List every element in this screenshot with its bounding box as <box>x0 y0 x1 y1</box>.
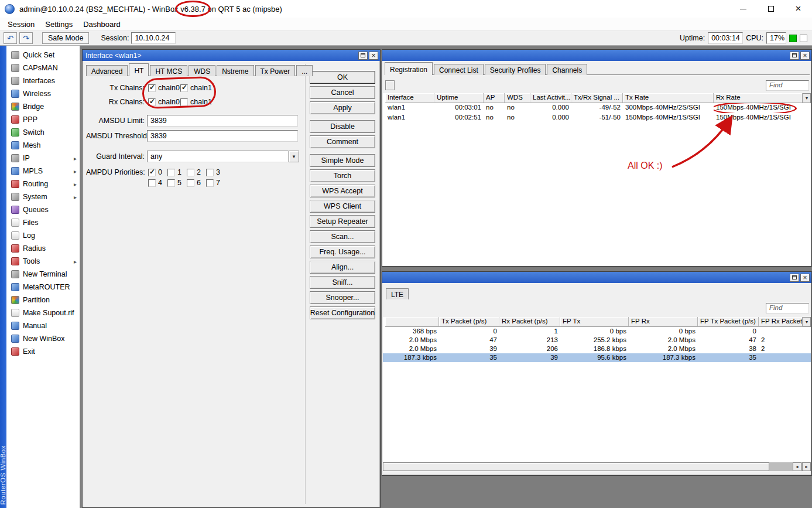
minimize-button[interactable] <box>729 0 757 18</box>
tab-advanced[interactable]: Advanced <box>86 65 128 76</box>
tab-channels[interactable]: Channels <box>547 64 587 75</box>
tab-ht-mcs[interactable]: HT MCS <box>150 65 187 76</box>
column-sort-dropdown-button[interactable] <box>803 317 811 327</box>
tab-tx-power[interactable]: Tx Power <box>255 65 296 76</box>
column-header-uptime[interactable]: Uptime <box>434 93 484 103</box>
registration-row[interactable]: wlan1 00:02:51 no no 0.000 -51/-50 150Mb… <box>383 113 811 123</box>
sidebar-item-switch[interactable]: Switch <box>6 126 80 139</box>
tab-security-profiles[interactable]: Security Profiles <box>485 64 546 75</box>
lte-close-button[interactable] <box>800 274 810 282</box>
scroll-left-button[interactable] <box>793 462 801 471</box>
column-header-interface[interactable]: Interface <box>385 93 434 103</box>
registration-restore-button[interactable] <box>790 52 799 60</box>
close-button[interactable] <box>784 0 812 18</box>
ok-button[interactable]: OK <box>310 71 375 84</box>
ampdu-2-checkbox[interactable] <box>187 169 194 176</box>
sidebar-item-quick-set[interactable]: Quick Set <box>6 49 80 62</box>
sidebar-item-interfaces[interactable]: Interfaces <box>6 74 80 87</box>
horizontal-scrollbar-thumb[interactable] <box>383 462 769 471</box>
column-header-ap[interactable]: AP <box>484 93 505 103</box>
column-header-rx-packet[interactable]: Rx Packet (p/s) <box>499 317 560 327</box>
menu-dashboard[interactable]: Dashboard <box>78 19 126 30</box>
column-header-tx-rate[interactable]: Tx Rate <box>623 93 714 103</box>
ampdu-4-checkbox[interactable] <box>148 179 156 187</box>
safe-mode-button[interactable]: Safe Mode <box>42 32 89 44</box>
sidebar-item-log[interactable]: Log <box>6 229 80 242</box>
scan-button[interactable]: Scan... <box>310 230 375 243</box>
lte-restore-button[interactable] <box>790 274 799 282</box>
sidebar-item-system[interactable]: System <box>6 190 80 203</box>
guard-interval-select[interactable]: any <box>147 151 289 162</box>
remove-button[interactable] <box>385 80 395 90</box>
amsdu-limit-input[interactable]: 3839 <box>147 115 298 127</box>
sidebar-item-bridge[interactable]: Bridge <box>6 100 80 113</box>
sidebar-item-new-terminal[interactable]: New Terminal <box>6 268 80 281</box>
lte-row[interactable]: 2.0 Mbps 47 213 255.2 kbps 2.0 Mbps 47 2 <box>383 336 811 345</box>
ampdu-0-checkbox[interactable] <box>148 169 156 176</box>
lte-row[interactable]: 368 bps 0 1 0 bps 0 bps 0 <box>383 327 811 336</box>
column-header-blank[interactable] <box>385 317 439 327</box>
dialog-titlebar[interactable]: Interface <wlan1> <box>83 50 380 61</box>
undo-button[interactable] <box>4 32 17 44</box>
redo-button[interactable] <box>19 32 33 44</box>
column-sort-dropdown-button[interactable] <box>803 93 811 103</box>
sidebar-item-routing[interactable]: Routing <box>6 178 80 190</box>
ampdu-7-checkbox[interactable] <box>206 179 214 187</box>
sidebar-item-ip[interactable]: IP <box>6 152 80 165</box>
sidebar-item-manual[interactable]: Manual <box>6 319 80 332</box>
tab-lte[interactable]: LTE <box>386 288 409 299</box>
align-button[interactable]: Align... <box>310 261 375 274</box>
column-header-last-activity[interactable]: Last Activit... <box>530 93 571 103</box>
column-header-fp-tx-packet[interactable]: FP Tx Packet (p/s) <box>698 317 759 327</box>
column-header-rx-rate[interactable]: Rx Rate <box>714 93 803 103</box>
registration-window-titlebar[interactable] <box>382 50 811 61</box>
comment-button[interactable]: Comment <box>310 135 375 148</box>
horizontal-scrollbar[interactable] <box>383 462 811 471</box>
dialog-close-button[interactable] <box>369 52 378 60</box>
column-header-fp-rx-packet[interactable]: FP Rx Packet <box>759 317 803 327</box>
sidebar-item-metarouter[interactable]: MetaROUTER <box>6 281 80 294</box>
cancel-button[interactable]: Cancel <box>310 86 375 99</box>
sidebar-item-queues[interactable]: Queues <box>6 203 80 216</box>
dialog-restore-button[interactable] <box>358 52 368 60</box>
rx-chain1-checkbox[interactable] <box>180 98 188 106</box>
rx-chain0-checkbox[interactable] <box>148 98 156 106</box>
tx-chain1-checkbox[interactable] <box>180 84 188 92</box>
session-input[interactable]: 10.10.0.24 <box>131 32 176 44</box>
tab-wds[interactable]: WDS <box>189 65 215 76</box>
sidebar-item-ppp[interactable]: PPP <box>6 113 80 126</box>
column-header-fp-rx[interactable]: FP Rx <box>629 317 698 327</box>
sniff-button[interactable]: Sniff... <box>310 276 375 289</box>
sidebar-item-mpls[interactable]: MPLS <box>6 165 80 178</box>
lte-window-titlebar[interactable] <box>382 272 811 283</box>
column-header-fp-tx[interactable]: FP Tx <box>560 317 629 327</box>
disable-button[interactable]: Disable <box>310 120 375 133</box>
setup-repeater-button[interactable]: Setup Repeater <box>310 215 375 228</box>
maximize-button[interactable] <box>757 0 784 18</box>
wps-client-button[interactable]: WPS Client <box>310 200 375 213</box>
freq-usage-button[interactable]: Freq. Usage... <box>310 246 375 258</box>
reset-configuration-button[interactable]: Reset Configuration <box>310 306 375 319</box>
registration-row[interactable]: wlan1 00:03:01 no no 0.000 -49/-52 300Mb… <box>383 103 811 113</box>
guard-interval-dropdown-button[interactable] <box>289 151 299 162</box>
ampdu-6-checkbox[interactable] <box>187 179 194 187</box>
sidebar-item-new-winbox[interactable]: New WinBox <box>6 332 80 345</box>
sidebar-item-make-supout[interactable]: Make Supout.rif <box>6 306 80 319</box>
simple-mode-button[interactable]: Simple Mode <box>310 154 375 167</box>
wps-accept-button[interactable]: WPS Accept <box>310 185 375 197</box>
sidebar-item-capsman[interactable]: CAPsMAN <box>6 62 80 74</box>
menu-session[interactable]: Session <box>2 19 40 30</box>
column-header-tx-packet[interactable]: Tx Packet (p/s) <box>439 317 499 327</box>
sidebar-item-tools[interactable]: Tools <box>6 255 80 268</box>
ampdu-5-checkbox[interactable] <box>167 179 175 187</box>
menu-settings[interactable]: Settings <box>40 19 78 30</box>
tab-ht[interactable]: HT <box>129 63 149 76</box>
amsdu-threshold-input[interactable]: 3839 <box>147 130 298 142</box>
ampdu-1-checkbox[interactable] <box>167 169 175 176</box>
sidebar-item-mesh[interactable]: Mesh <box>6 139 80 152</box>
tab-more[interactable]: ... <box>296 65 313 76</box>
torch-button[interactable]: Torch <box>310 169 375 182</box>
tab-registration[interactable]: Registration <box>385 62 433 75</box>
sidebar-item-radius[interactable]: Radius <box>6 242 80 255</box>
sidebar-item-files[interactable]: Files <box>6 216 80 229</box>
